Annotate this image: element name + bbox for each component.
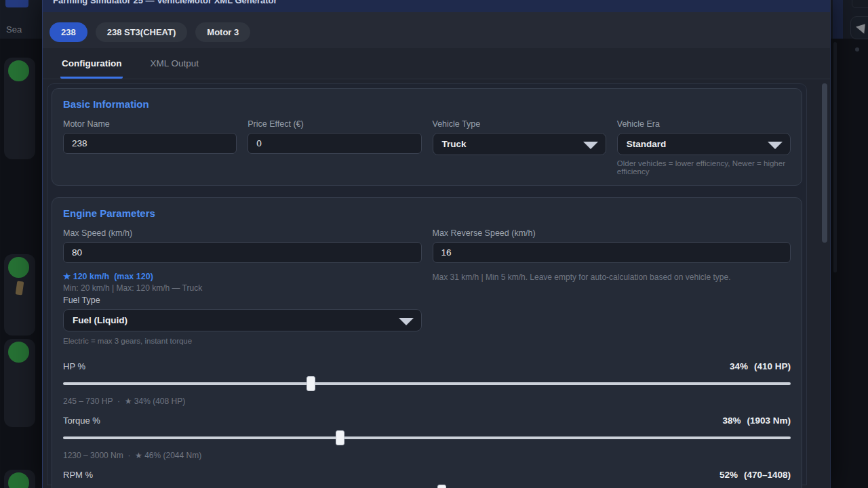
hp-percent-label: HP % (63, 361, 85, 371)
motor-name-input[interactable] (63, 133, 237, 154)
price-effect-field-group: Price Effect (€) (248, 119, 421, 176)
vehicle-era-hint: Older vehicles = lower efficiency, Newer… (617, 159, 791, 176)
chevron-down-icon (583, 142, 598, 149)
vehicle-era-select[interactable]: Standard (617, 133, 791, 155)
dialog-title: Farming Simulator 25 — VehicleMotor XML … (53, 0, 830, 7)
engine-sliders: HP % 34%(410 HP) 245 – 730 HP · ★ 34% (4… (63, 361, 791, 488)
motor-tab-bar: 238 238 ST3(CHEAT) Motor 3 (43, 12, 830, 48)
fuel-type-select[interactable]: Fuel (Liquid) (63, 309, 422, 331)
rpm-percent-detail: (470–1408) (744, 470, 791, 480)
torque-percent-slider[interactable] (63, 430, 791, 445)
vehicle-type-field-group: Vehicle Type Truck (433, 119, 606, 176)
basic-information-grid: Motor Name Price Effect (€) Vehicle Type… (63, 119, 791, 176)
view-tab-bar: Configuration XML Output (43, 48, 830, 79)
slider-track (63, 436, 791, 439)
fuel-type-hint: Electric = max 3 gears, instant torque (63, 337, 422, 345)
rpm-percent-label: RPM % (63, 470, 93, 480)
configuration-content: Basic Information Motor Name Price Effec… (43, 79, 830, 485)
dialog-scrollbar-thumb[interactable] (822, 83, 827, 243)
motor-tab-238-st3-cheat[interactable]: 238 ST3(CHEAT) (96, 22, 188, 42)
vehicle-era-label: Vehicle Era (617, 119, 791, 129)
rpm-percent-value: 52%(470–1408) (719, 470, 791, 480)
torque-percent-detail: (1903 Nm) (747, 415, 791, 426)
vehiclemotor-generator-dialog: Farming Simulator 25 — VehicleMotor XML … (42, 0, 831, 488)
chevron-down-icon (399, 318, 414, 325)
tab-xml-output[interactable]: XML Output (149, 48, 200, 79)
slider-handle[interactable] (336, 430, 344, 445)
engine-parameters-heading: Engine Parameters (63, 207, 791, 219)
vehicle-era-field-group: Vehicle Era Standard Older vehicles = lo… (617, 119, 791, 176)
engine-speed-grid: Max Speed (km/h) ★ 120 km/h (max 120) Mi… (63, 228, 791, 345)
chevron-down-icon (768, 142, 783, 149)
motor-tab-motor-3[interactable]: Motor 3 (195, 22, 250, 42)
motor-name-field-group: Motor Name (63, 119, 237, 176)
vehicle-type-select[interactable]: Truck (433, 133, 606, 155)
max-reverse-input[interactable] (433, 242, 791, 263)
rpm-percent-pct: 52% (719, 470, 738, 480)
torque-percent-pct: 38% (722, 415, 741, 426)
dialog-titlebar: Farming Simulator 25 — VehicleMotor XML … (43, 0, 830, 12)
rpm-percent-head: RPM % 52%(470–1408) (63, 470, 791, 480)
torque-percent-label: Torque % (63, 415, 100, 426)
price-effect-label: Price Effect (€) (248, 119, 421, 129)
max-reverse-label: Max Reverse Speed (km/h) (433, 228, 791, 238)
torque-percent-slider-block: Torque % 38%(1903 Nm) 1230 – 3000 Nm · ★… (63, 415, 791, 460)
hp-percent-head: HP % 34%(410 HP) (63, 361, 791, 371)
fuel-type-value: Fuel (Liquid) (73, 315, 127, 325)
max-speed-label: Max Speed (km/h) (63, 228, 422, 238)
configuration-scroll-area: Basic Information Motor Name Price Effec… (47, 83, 807, 485)
hp-percent-slider[interactable] (63, 376, 791, 391)
vehicle-type-label: Vehicle Type (433, 119, 606, 129)
basic-information-heading: Basic Information (63, 98, 791, 110)
slider-handle[interactable] (307, 376, 315, 391)
rpm-percent-slider[interactable] (63, 485, 791, 488)
fuel-type-label: Fuel Type (63, 296, 422, 305)
hp-percent-slider-block: HP % 34%(410 HP) 245 – 730 HP · ★ 34% (4… (63, 361, 791, 406)
rpm-percent-slider-block: RPM % 52%(470–1408) 550 – 2200 RPM · ★ 5… (63, 470, 791, 488)
vehicle-era-value: Standard (627, 139, 667, 149)
max-speed-field-group: Max Speed (km/h) ★ 120 km/h (max 120) Mi… (63, 228, 422, 345)
motor-tab-238[interactable]: 238 (50, 22, 87, 42)
vehicle-type-value: Truck (442, 139, 467, 149)
hp-percent-value: 34%(410 HP) (730, 361, 791, 371)
torque-percent-hint: 1230 – 3000 Nm · ★ 46% (2044 Nm) (63, 451, 791, 460)
max-speed-recommended-hint: ★ 120 km/h (max 120) (63, 271, 422, 281)
tab-configuration[interactable]: Configuration (60, 48, 123, 79)
motor-name-label: Motor Name (63, 119, 237, 129)
max-speed-range-hint: Min: 20 km/h | Max: 120 km/h — Truck (63, 283, 422, 293)
hp-percent-hint: 245 – 730 HP · ★ 34% (408 HP) (63, 396, 791, 406)
hp-percent-pct: 34% (730, 361, 748, 371)
torque-percent-head: Torque % 38%(1903 Nm) (63, 415, 791, 426)
max-speed-input[interactable] (63, 242, 422, 263)
max-reverse-hint: Max 31 km/h | Min 5 km/h. Leave empty fo… (433, 272, 791, 282)
engine-parameters-panel: Engine Parameters Max Speed (km/h) ★ 120… (52, 197, 802, 488)
hp-percent-detail: (410 HP) (754, 361, 791, 371)
max-reverse-field-group: Max Reverse Speed (km/h) Max 31 km/h | M… (433, 228, 791, 345)
slider-track (63, 382, 791, 385)
slider-handle[interactable] (437, 485, 446, 488)
torque-percent-value: 38%(1903 Nm) (722, 415, 791, 426)
price-effect-input[interactable] (248, 133, 421, 154)
basic-information-panel: Basic Information Motor Name Price Effec… (52, 88, 802, 186)
